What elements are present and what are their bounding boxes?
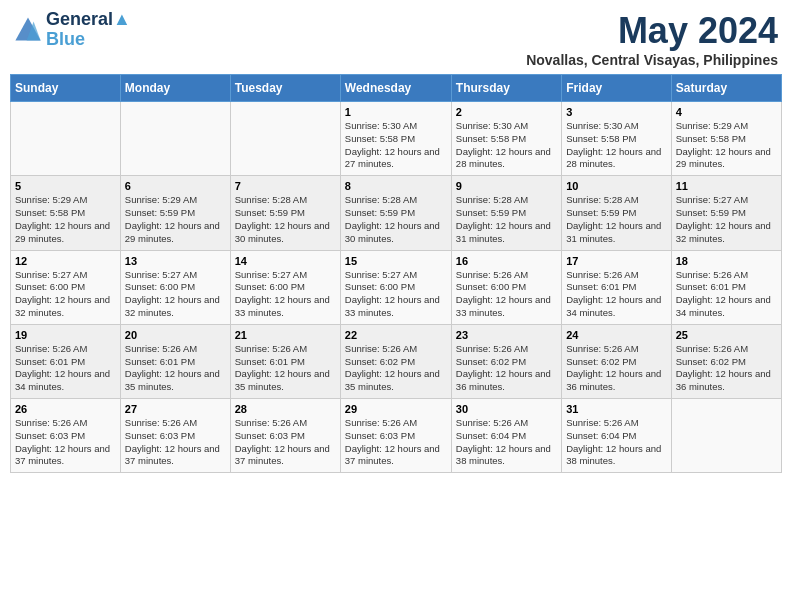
calendar-cell: 20Sunrise: 5:26 AM Sunset: 6:01 PM Dayli… — [120, 324, 230, 398]
day-number: 16 — [456, 255, 557, 267]
day-number: 18 — [676, 255, 777, 267]
calendar-cell: 4Sunrise: 5:29 AM Sunset: 5:58 PM Daylig… — [671, 102, 781, 176]
day-info: Sunrise: 5:26 AM Sunset: 6:03 PM Dayligh… — [125, 417, 226, 468]
calendar-cell: 2Sunrise: 5:30 AM Sunset: 5:58 PM Daylig… — [451, 102, 561, 176]
day-info: Sunrise: 5:26 AM Sunset: 6:01 PM Dayligh… — [566, 269, 666, 320]
day-number: 14 — [235, 255, 336, 267]
day-number: 7 — [235, 180, 336, 192]
location: Novallas, Central Visayas, Philippines — [526, 52, 778, 68]
logo: General▲ Blue — [14, 10, 131, 50]
weekday-header: Sunday — [11, 75, 121, 102]
calendar-cell: 5Sunrise: 5:29 AM Sunset: 5:58 PM Daylig… — [11, 176, 121, 250]
day-number: 11 — [676, 180, 777, 192]
calendar-cell: 19Sunrise: 5:26 AM Sunset: 6:01 PM Dayli… — [11, 324, 121, 398]
calendar-cell: 16Sunrise: 5:26 AM Sunset: 6:00 PM Dayli… — [451, 250, 561, 324]
day-number: 22 — [345, 329, 447, 341]
day-info: Sunrise: 5:26 AM Sunset: 6:00 PM Dayligh… — [456, 269, 557, 320]
weekday-header: Friday — [562, 75, 671, 102]
day-info: Sunrise: 5:26 AM Sunset: 6:03 PM Dayligh… — [15, 417, 116, 468]
calendar-cell: 14Sunrise: 5:27 AM Sunset: 6:00 PM Dayli… — [230, 250, 340, 324]
day-number: 25 — [676, 329, 777, 341]
calendar-cell: 27Sunrise: 5:26 AM Sunset: 6:03 PM Dayli… — [120, 399, 230, 473]
day-number: 9 — [456, 180, 557, 192]
day-info: Sunrise: 5:29 AM Sunset: 5:59 PM Dayligh… — [125, 194, 226, 245]
calendar-cell — [671, 399, 781, 473]
day-info: Sunrise: 5:30 AM Sunset: 5:58 PM Dayligh… — [345, 120, 447, 171]
day-info: Sunrise: 5:26 AM Sunset: 6:02 PM Dayligh… — [345, 343, 447, 394]
calendar-cell: 11Sunrise: 5:27 AM Sunset: 5:59 PM Dayli… — [671, 176, 781, 250]
day-number: 29 — [345, 403, 447, 415]
day-number: 15 — [345, 255, 447, 267]
calendar-week-row: 1Sunrise: 5:30 AM Sunset: 5:58 PM Daylig… — [11, 102, 782, 176]
day-info: Sunrise: 5:26 AM Sunset: 6:04 PM Dayligh… — [566, 417, 666, 468]
day-number: 26 — [15, 403, 116, 415]
calendar-cell: 25Sunrise: 5:26 AM Sunset: 6:02 PM Dayli… — [671, 324, 781, 398]
month-title: May 2024 — [526, 10, 778, 52]
day-number: 27 — [125, 403, 226, 415]
day-number: 3 — [566, 106, 666, 118]
calendar-cell: 30Sunrise: 5:26 AM Sunset: 6:04 PM Dayli… — [451, 399, 561, 473]
weekday-header: Tuesday — [230, 75, 340, 102]
calendar-cell — [11, 102, 121, 176]
day-info: Sunrise: 5:28 AM Sunset: 5:59 PM Dayligh… — [345, 194, 447, 245]
day-number: 5 — [15, 180, 116, 192]
day-info: Sunrise: 5:26 AM Sunset: 6:03 PM Dayligh… — [345, 417, 447, 468]
day-info: Sunrise: 5:26 AM Sunset: 6:01 PM Dayligh… — [125, 343, 226, 394]
calendar-cell: 1Sunrise: 5:30 AM Sunset: 5:58 PM Daylig… — [340, 102, 451, 176]
day-number: 24 — [566, 329, 666, 341]
calendar-cell: 29Sunrise: 5:26 AM Sunset: 6:03 PM Dayli… — [340, 399, 451, 473]
calendar-cell: 15Sunrise: 5:27 AM Sunset: 6:00 PM Dayli… — [340, 250, 451, 324]
calendar-cell: 17Sunrise: 5:26 AM Sunset: 6:01 PM Dayli… — [562, 250, 671, 324]
day-number: 10 — [566, 180, 666, 192]
day-info: Sunrise: 5:27 AM Sunset: 6:00 PM Dayligh… — [15, 269, 116, 320]
weekday-header: Thursday — [451, 75, 561, 102]
day-number: 1 — [345, 106, 447, 118]
day-number: 6 — [125, 180, 226, 192]
weekday-header-row: SundayMondayTuesdayWednesdayThursdayFrid… — [11, 75, 782, 102]
day-info: Sunrise: 5:26 AM Sunset: 6:02 PM Dayligh… — [456, 343, 557, 394]
calendar-cell: 26Sunrise: 5:26 AM Sunset: 6:03 PM Dayli… — [11, 399, 121, 473]
day-info: Sunrise: 5:28 AM Sunset: 5:59 PM Dayligh… — [235, 194, 336, 245]
day-info: Sunrise: 5:26 AM Sunset: 6:04 PM Dayligh… — [456, 417, 557, 468]
calendar-cell: 18Sunrise: 5:26 AM Sunset: 6:01 PM Dayli… — [671, 250, 781, 324]
calendar-cell — [120, 102, 230, 176]
day-info: Sunrise: 5:27 AM Sunset: 6:00 PM Dayligh… — [345, 269, 447, 320]
day-number: 13 — [125, 255, 226, 267]
calendar-cell: 12Sunrise: 5:27 AM Sunset: 6:00 PM Dayli… — [11, 250, 121, 324]
calendar-cell: 13Sunrise: 5:27 AM Sunset: 6:00 PM Dayli… — [120, 250, 230, 324]
day-info: Sunrise: 5:26 AM Sunset: 6:03 PM Dayligh… — [235, 417, 336, 468]
day-info: Sunrise: 5:30 AM Sunset: 5:58 PM Dayligh… — [566, 120, 666, 171]
logo-icon — [14, 16, 42, 44]
day-info: Sunrise: 5:27 AM Sunset: 6:00 PM Dayligh… — [125, 269, 226, 320]
day-info: Sunrise: 5:26 AM Sunset: 6:01 PM Dayligh… — [235, 343, 336, 394]
calendar-cell: 3Sunrise: 5:30 AM Sunset: 5:58 PM Daylig… — [562, 102, 671, 176]
calendar-week-row: 26Sunrise: 5:26 AM Sunset: 6:03 PM Dayli… — [11, 399, 782, 473]
logo-text: General▲ Blue — [46, 10, 131, 50]
day-info: Sunrise: 5:27 AM Sunset: 6:00 PM Dayligh… — [235, 269, 336, 320]
calendar-week-row: 12Sunrise: 5:27 AM Sunset: 6:00 PM Dayli… — [11, 250, 782, 324]
day-info: Sunrise: 5:26 AM Sunset: 6:01 PM Dayligh… — [676, 269, 777, 320]
calendar-cell: 28Sunrise: 5:26 AM Sunset: 6:03 PM Dayli… — [230, 399, 340, 473]
day-number: 20 — [125, 329, 226, 341]
day-number: 31 — [566, 403, 666, 415]
day-number: 17 — [566, 255, 666, 267]
day-number: 2 — [456, 106, 557, 118]
calendar-cell: 8Sunrise: 5:28 AM Sunset: 5:59 PM Daylig… — [340, 176, 451, 250]
day-info: Sunrise: 5:26 AM Sunset: 6:02 PM Dayligh… — [566, 343, 666, 394]
calendar-cell: 22Sunrise: 5:26 AM Sunset: 6:02 PM Dayli… — [340, 324, 451, 398]
calendar-cell: 24Sunrise: 5:26 AM Sunset: 6:02 PM Dayli… — [562, 324, 671, 398]
calendar-cell — [230, 102, 340, 176]
day-info: Sunrise: 5:30 AM Sunset: 5:58 PM Dayligh… — [456, 120, 557, 171]
day-info: Sunrise: 5:29 AM Sunset: 5:58 PM Dayligh… — [676, 120, 777, 171]
calendar-cell: 10Sunrise: 5:28 AM Sunset: 5:59 PM Dayli… — [562, 176, 671, 250]
calendar-week-row: 5Sunrise: 5:29 AM Sunset: 5:58 PM Daylig… — [11, 176, 782, 250]
day-number: 21 — [235, 329, 336, 341]
weekday-header: Monday — [120, 75, 230, 102]
day-number: 12 — [15, 255, 116, 267]
day-number: 28 — [235, 403, 336, 415]
page-header: General▲ Blue May 2024 Novallas, Central… — [10, 10, 782, 68]
calendar-cell: 9Sunrise: 5:28 AM Sunset: 5:59 PM Daylig… — [451, 176, 561, 250]
day-info: Sunrise: 5:29 AM Sunset: 5:58 PM Dayligh… — [15, 194, 116, 245]
day-number: 30 — [456, 403, 557, 415]
day-number: 23 — [456, 329, 557, 341]
